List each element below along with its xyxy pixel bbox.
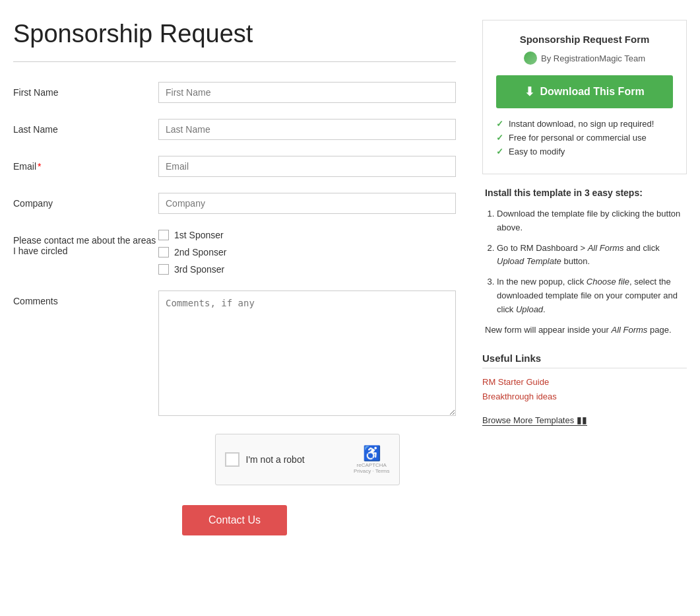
- contact-areas-label: Please contact me about the areas I have…: [13, 230, 158, 256]
- captcha-box: I'm not a robot ♿ reCAPTCHA Privacy · Te…: [215, 434, 400, 485]
- sponsor-3-checkbox[interactable]: [158, 264, 169, 275]
- last-name-label: Last Name: [13, 119, 158, 135]
- feature-2-text: Free for personal or commercial use: [509, 133, 647, 143]
- sidebar: Sponsorship Request Form By Registration…: [482, 20, 687, 535]
- install-section: Install this template in 3 easy steps: D…: [482, 188, 687, 337]
- last-name-input[interactable]: [158, 119, 456, 140]
- upload-italic: Upload: [516, 304, 543, 314]
- feature-2: ✓ Free for personal or commercial use: [496, 133, 673, 143]
- features-list: ✓ Instant download, no sign up required!…: [496, 119, 673, 156]
- title-divider: [13, 61, 456, 62]
- new-form-note: New form will appear inside your All For…: [485, 324, 684, 337]
- download-label: Download This Form: [540, 86, 644, 98]
- sponsor-3-item[interactable]: 3rd Sponser: [158, 264, 456, 275]
- useful-links-section: Useful Links RM Starter Guide Breakthrou…: [482, 353, 687, 426]
- company-row: Company: [13, 193, 456, 214]
- first-name-label: First Name: [13, 82, 158, 98]
- useful-links-list: RM Starter Guide Breakthrough ideas: [482, 376, 687, 401]
- useful-link-1: RM Starter Guide: [482, 376, 687, 387]
- comments-row: Comments: [13, 291, 456, 418]
- sponsor-2-item[interactable]: 2nd Sponser: [158, 247, 456, 257]
- feature-3: ✓ Easy to modify: [496, 147, 673, 156]
- browse-templates-icon: ▮▮: [577, 415, 587, 425]
- install-steps: Download the template file by clicking t…: [485, 207, 684, 337]
- sponsor-1-label: 1st Sponser: [174, 230, 224, 240]
- upload-template-italic: Upload Template: [497, 256, 561, 266]
- install-step-1: Download the template file by clicking t…: [497, 207, 684, 235]
- sponsor-2-checkbox[interactable]: [158, 247, 169, 257]
- sponsor-2-label: 2nd Sponser: [174, 247, 226, 257]
- breakthrough-ideas-link[interactable]: Breakthrough ideas: [482, 392, 557, 401]
- install-step-3: In the new popup, click Choose file, sel…: [497, 275, 684, 316]
- captcha-label: I'm not a robot: [246, 454, 305, 465]
- last-name-row: Last Name: [13, 119, 456, 140]
- sponsor-1-item[interactable]: 1st Sponser: [158, 230, 456, 240]
- page-title: Sponsorship Request: [13, 20, 456, 48]
- useful-links-title: Useful Links: [482, 353, 687, 368]
- feature-1-text: Instant download, no sign up required!: [509, 119, 654, 129]
- recaptcha-links: Privacy · Terms: [354, 468, 390, 474]
- submit-wrap: Contact Us: [13, 505, 456, 535]
- comments-textarea[interactable]: [158, 291, 456, 416]
- email-row: Email*: [13, 156, 456, 177]
- install-step-2: Go to RM Dashboard > All Forms and click…: [497, 242, 684, 269]
- first-name-row: First Name: [13, 82, 456, 103]
- author-avatar-icon: [524, 51, 537, 65]
- sidebar-author: By RegistrationMagic Team: [496, 51, 673, 65]
- useful-link-2: Breakthrough ideas: [482, 391, 687, 401]
- install-title: Install this template in 3 easy steps:: [485, 188, 684, 198]
- captcha-checkbox[interactable]: [225, 452, 239, 467]
- sponsor-3-label: 3rd Sponser: [174, 264, 224, 275]
- check-icon-1: ✓: [496, 119, 503, 129]
- submit-button[interactable]: Contact Us: [182, 505, 287, 535]
- feature-1: ✓ Instant download, no sign up required!: [496, 119, 673, 129]
- sponsor-1-checkbox[interactable]: [158, 230, 169, 240]
- sidebar-card: Sponsorship Request Form By Registration…: [482, 20, 687, 174]
- email-input[interactable]: [158, 156, 456, 177]
- comments-label: Comments: [13, 291, 158, 306]
- first-name-input[interactable]: [158, 82, 456, 103]
- check-icon-3: ✓: [496, 147, 503, 156]
- contact-areas-row: Please contact me about the areas I have…: [13, 230, 456, 275]
- sidebar-form-title: Sponsorship Request Form: [496, 34, 673, 45]
- sponsorship-form: First Name Last Name Email*: [13, 82, 456, 535]
- main-content: Sponsorship Request First Name Last Name: [13, 20, 456, 535]
- company-label: Company: [13, 193, 158, 209]
- download-button[interactable]: ⬇ Download This Form: [496, 75, 673, 108]
- feature-3-text: Easy to modify: [509, 147, 565, 156]
- checkbox-group: 1st Sponser 2nd Sponser 3rd Sponser: [158, 230, 456, 275]
- choose-file-italic: Choose file: [587, 277, 629, 287]
- rm-starter-guide-link[interactable]: RM Starter Guide: [482, 377, 549, 387]
- email-label: Email*: [13, 156, 158, 172]
- recaptcha-logo: ♿: [363, 445, 381, 462]
- captcha-wrap: I'm not a robot ♿ reCAPTCHA Privacy · Te…: [158, 434, 456, 485]
- all-forms-note-italic: All Forms: [611, 325, 647, 335]
- browse-templates-label: Browse More Templates: [482, 415, 574, 425]
- all-forms-italic: All Forms: [588, 243, 624, 253]
- author-label: By RegistrationMagic Team: [541, 53, 645, 63]
- check-icon-2: ✓: [496, 133, 503, 143]
- browse-templates-link[interactable]: Browse More Templates ▮▮: [482, 415, 587, 426]
- download-icon: ⬇: [525, 85, 534, 99]
- recaptcha-brand: reCAPTCHA: [357, 462, 387, 468]
- company-input[interactable]: [158, 193, 456, 214]
